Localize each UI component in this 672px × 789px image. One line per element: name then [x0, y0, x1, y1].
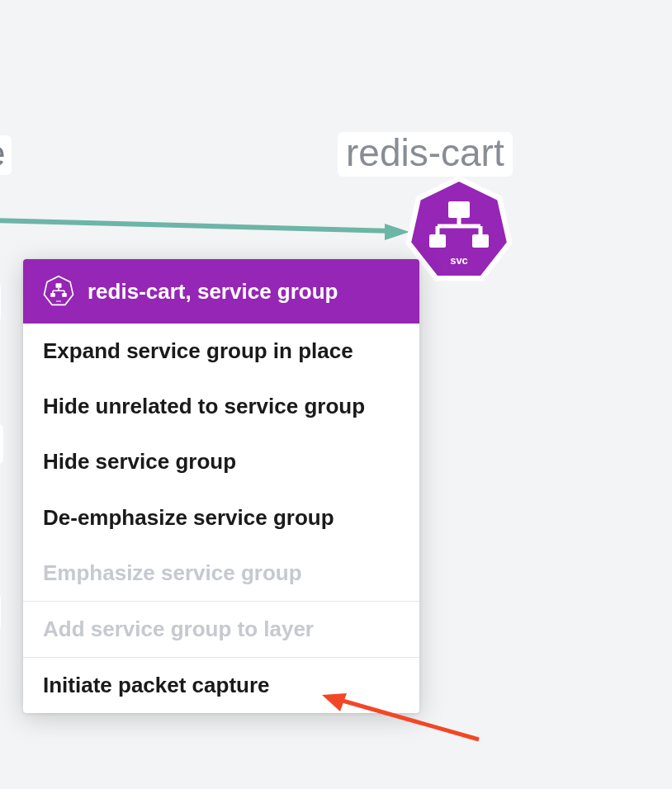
- context-menu-header-label: redis-cart, service group: [88, 279, 338, 305]
- menu-item-packet-capture[interactable]: Initiate packet capture: [23, 657, 419, 713]
- menu-item-add-layer: Add service group to layer: [23, 601, 419, 657]
- bg-node-label-fragment-3: ic: [0, 424, 3, 464]
- node-badge-text: svc: [450, 254, 468, 267]
- svg-rect-7: [429, 234, 446, 248]
- node-label-redis-cart[interactable]: redis-cart: [338, 132, 513, 177]
- network-topology-icon: [429, 201, 489, 248]
- menu-item-hide-unrelated[interactable]: Hide unrelated to service group: [23, 379, 419, 434]
- svg-rect-15: [62, 293, 67, 297]
- bg-node-label-fragment-4: rv: [0, 593, 1, 632]
- svg-marker-1: [385, 224, 409, 240]
- svg-rect-8: [472, 234, 489, 248]
- svg-rect-14: [50, 293, 55, 297]
- service-group-icon: svc: [41, 274, 76, 309]
- svg-rect-9: [56, 283, 62, 288]
- menu-item-expand[interactable]: Expand service group in place: [23, 324, 419, 379]
- context-menu-header: svc redis-cart, service group: [23, 259, 419, 324]
- menu-item-hide[interactable]: Hide service group: [23, 434, 419, 489]
- svg-text:svc: svc: [56, 300, 61, 303]
- svg-rect-2: [448, 201, 470, 218]
- menu-item-deemphasize[interactable]: De-emphasize service group: [23, 490, 419, 546]
- menu-item-emphasize: Emphasize service group: [23, 546, 419, 601]
- bg-node-label-fragment-1: ce: [0, 135, 12, 175]
- svg-line-0: [0, 220, 395, 231]
- graph-edge: [0, 220, 409, 240]
- bg-node-label-fragment-2: rv: [0, 282, 1, 322]
- context-menu: svc redis-cart, service group Expand ser…: [23, 259, 419, 713]
- node-redis-cart[interactable]: svc: [405, 176, 512, 281]
